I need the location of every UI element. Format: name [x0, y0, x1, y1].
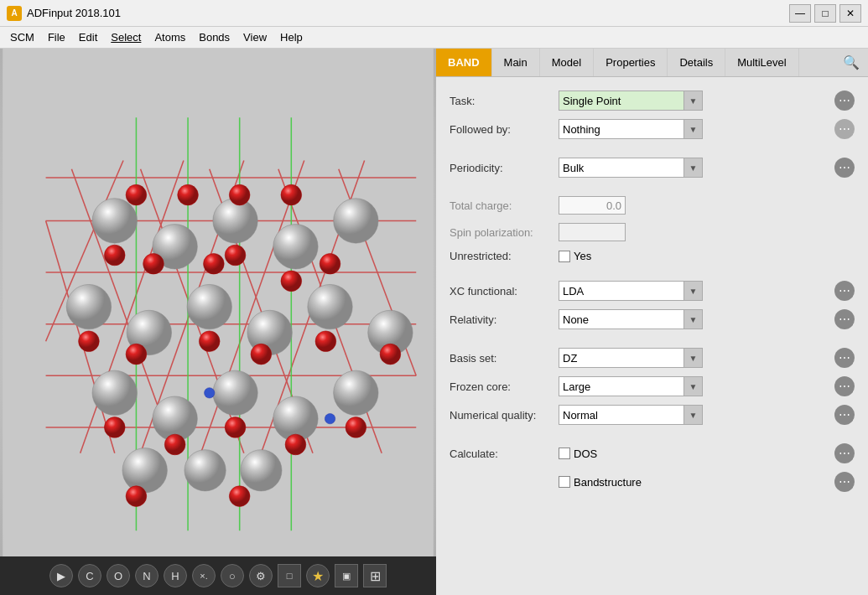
svg-point-22 — [92, 199, 137, 243]
tool-nitrogen[interactable]: N — [135, 564, 159, 587]
xc-select[interactable]: LDA — [559, 281, 684, 301]
bandstructure-row: Bandstructure ⋯ — [450, 472, 855, 492]
unrestricted-group: Yes — [559, 250, 591, 262]
frozen-select-arrow[interactable]: ▼ — [684, 376, 703, 396]
viewer-toolbar: ▶ C O N H ×. ○ ⚙ □ ★ ▣ ⊞ — [0, 556, 436, 595]
menu-bonds[interactable]: Bonds — [192, 29, 236, 45]
viewer-canvas[interactable] — [0, 49, 436, 556]
task-select-arrow[interactable]: ▼ — [684, 91, 703, 111]
followed-more-button[interactable]: ⋯ — [834, 119, 855, 139]
tab-details[interactable]: Details — [668, 49, 725, 76]
xc-select-arrow[interactable]: ▼ — [684, 281, 703, 301]
xc-more-button[interactable]: ⋯ — [834, 281, 855, 301]
tool-grid[interactable]: ⊞ — [363, 564, 387, 587]
tab-multilevel[interactable]: MultiLevel — [725, 49, 799, 76]
svg-point-43 — [229, 184, 250, 205]
svg-point-25 — [273, 225, 318, 269]
svg-point-37 — [334, 370, 378, 415]
tab-model[interactable]: Model — [540, 49, 594, 76]
minimize-button[interactable]: — — [789, 4, 811, 23]
search-button[interactable]: 🔍 — [834, 54, 868, 70]
relativity-row: Relativity: None ▼ ⋯ — [450, 309, 855, 329]
menu-scm[interactable]: SCM — [3, 29, 41, 45]
tool-select[interactable]: ▶ — [49, 564, 73, 587]
dos-more-button[interactable]: ⋯ — [834, 443, 855, 463]
dos-checkbox[interactable] — [559, 448, 570, 459]
tab-main[interactable]: Main — [492, 49, 540, 76]
tool-oxygen[interactable]: O — [107, 564, 130, 587]
basis-select[interactable]: DZ — [559, 348, 684, 368]
dos-group: DOS — [559, 448, 597, 460]
main-content: ▶ C O N H ×. ○ ⚙ □ ★ ▣ ⊞ BAND Main Model… — [0, 49, 868, 595]
unrestricted-row: Unrestricted: Yes — [450, 250, 855, 262]
unrestricted-checkbox[interactable] — [559, 251, 570, 262]
task-row: Task: Single Point ▼ ⋯ — [450, 91, 855, 111]
numqual-select[interactable]: Normal — [559, 405, 684, 425]
followed-select-arrow[interactable]: ▼ — [684, 119, 703, 139]
menu-view[interactable]: View — [236, 29, 273, 45]
maximize-button[interactable]: □ — [814, 4, 836, 23]
spin-input[interactable] — [559, 223, 626, 241]
basis-row: Basis set: DZ ▼ ⋯ — [450, 348, 855, 368]
tool-settings[interactable]: ⚙ — [249, 564, 273, 587]
svg-point-63 — [229, 486, 250, 507]
menu-atoms[interactable]: Atoms — [148, 29, 192, 45]
svg-point-29 — [187, 284, 231, 329]
svg-point-40 — [241, 450, 282, 491]
tab-band[interactable]: BAND — [436, 49, 492, 76]
task-select[interactable]: Single Point — [559, 91, 684, 111]
frozen-select[interactable]: Large — [559, 376, 684, 396]
menu-file[interactable]: File — [41, 29, 72, 45]
svg-point-39 — [185, 450, 226, 491]
svg-point-44 — [281, 184, 302, 205]
svg-point-46 — [143, 253, 164, 274]
bandstructure-more-button[interactable]: ⋯ — [834, 472, 855, 492]
svg-point-47 — [204, 253, 225, 274]
tool-frame[interactable]: ▣ — [335, 564, 358, 587]
numqual-more-button[interactable]: ⋯ — [834, 405, 855, 425]
tool-carbon[interactable]: C — [78, 564, 101, 587]
tool-favorite[interactable]: ★ — [306, 564, 330, 587]
followed-row: Followed by: Nothing ▼ ⋯ — [450, 119, 855, 139]
tool-rect[interactable]: □ — [278, 564, 301, 587]
task-more-button[interactable]: ⋯ — [834, 91, 855, 111]
relativity-select[interactable]: None — [559, 309, 684, 329]
menu-help[interactable]: Help — [273, 29, 309, 45]
svg-point-58 — [164, 434, 185, 455]
menu-select[interactable]: Select — [104, 29, 148, 45]
periodicity-select[interactable]: Bulk — [559, 158, 684, 178]
frozen-more-button[interactable]: ⋯ — [834, 376, 855, 396]
relativity-select-arrow[interactable]: ▼ — [684, 309, 703, 329]
tool-ring[interactable]: ○ — [221, 564, 244, 587]
menubar: SCM File Edit Select Atoms Bonds View He… — [0, 27, 868, 49]
bandstructure-group: Bandstructure — [559, 476, 642, 489]
svg-point-53 — [199, 331, 220, 352]
basis-more-button[interactable]: ⋯ — [834, 348, 855, 368]
close-button[interactable]: ✕ — [839, 4, 861, 23]
numqual-select-arrow[interactable]: ▼ — [684, 405, 703, 425]
basis-select-arrow[interactable]: ▼ — [684, 348, 703, 368]
periodicity-more-button[interactable]: ⋯ — [834, 158, 855, 178]
bandstructure-checkbox[interactable] — [559, 476, 570, 488]
svg-point-27 — [66, 284, 111, 329]
followed-select[interactable]: Nothing — [559, 119, 684, 139]
followed-label: Followed by: — [450, 123, 559, 136]
svg-point-26 — [334, 199, 378, 243]
app-icon: A — [7, 6, 22, 21]
relativity-more-button[interactable]: ⋯ — [834, 309, 855, 329]
svg-point-50 — [320, 253, 340, 274]
basis-select-wrap: DZ ▼ — [559, 348, 826, 368]
svg-point-59 — [225, 417, 246, 438]
tab-properties[interactable]: Properties — [594, 49, 668, 76]
relativity-select-wrap: None ▼ — [559, 309, 826, 329]
tool-hydrogen[interactable]: H — [164, 564, 187, 587]
total-charge-input[interactable] — [559, 196, 626, 215]
periodicity-select-arrow[interactable]: ▼ — [684, 158, 703, 178]
form-panel: Task: Single Point ▼ ⋯ Followed by: Noth… — [436, 77, 868, 595]
menu-edit[interactable]: Edit — [72, 29, 104, 45]
periodicity-select-wrap: Bulk ▼ — [559, 158, 826, 178]
unrestricted-text: Yes — [574, 250, 591, 262]
svg-point-51 — [79, 331, 100, 352]
tool-delete[interactable]: ×. — [192, 564, 216, 587]
periodicity-label: Periodicity: — [450, 162, 559, 174]
